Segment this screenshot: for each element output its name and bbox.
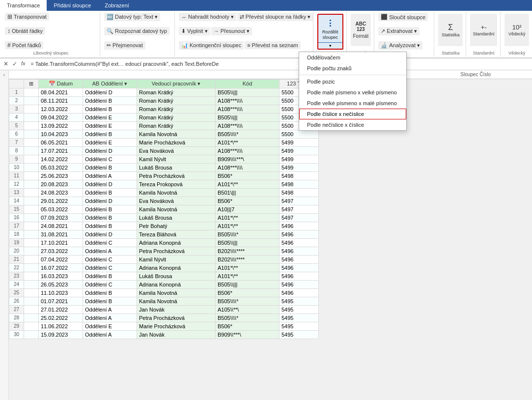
dropdown-item[interactable]: Podle číslice x nečíslice <box>299 109 406 119</box>
row-select[interactable] <box>24 230 39 238</box>
row-select[interactable] <box>24 280 39 288</box>
group-libovolny: ⊞ Transponovat ↕ Obrátit řádky # Počet ř… <box>2 12 100 57</box>
btn-standardni[interactable]: +- Standardní <box>470 14 497 46</box>
row-select[interactable] <box>24 163 39 171</box>
row-select[interactable] <box>24 330 39 339</box>
table-cell: B505\\||| <box>216 113 280 121</box>
table-cell: 16.03.2023 <box>39 272 83 280</box>
data-table-wrapper[interactable]: ⊞ 📅 Datum AB Oddělení ▾ Vedoucí praco <box>9 79 532 400</box>
btn-extrahovat[interactable]: ↗ Extrahovat ▾ <box>378 27 420 35</box>
row-select[interactable] <box>24 305 39 314</box>
btn-rozdelit-sloupec[interactable]: ⫶ Rozdělitsloupec ▾ <box>317 14 343 50</box>
formula-cancel-btn[interactable]: ✕ <box>2 60 10 67</box>
table-cell: 5500 <box>280 130 319 138</box>
sidebar-collapse-btn[interactable]: ‹ <box>0 70 9 400</box>
dropdown-item[interactable]: Podle velké písmeno x malé písmeno <box>299 98 406 109</box>
btn-kontingencni[interactable]: 📊 Kontingenční sloupec <box>179 41 244 50</box>
row-select[interactable] <box>24 288 39 297</box>
table-cell: Oddělení B <box>83 130 137 138</box>
row-select[interactable] <box>24 171 39 180</box>
row-select[interactable] <box>24 138 39 146</box>
table-cell: 5499 <box>280 138 319 146</box>
row-select[interactable] <box>24 255 39 263</box>
row-select[interactable] <box>24 130 39 138</box>
btn-prejmenovat-label: Přejmenovat <box>112 42 143 48</box>
row-select[interactable] <box>24 146 39 155</box>
table-cell: Kamil Nývlt <box>137 155 216 163</box>
row-select[interactable] <box>24 263 39 272</box>
btn-nahradit[interactable]: ↔ Nahradit hodnoty ▾ <box>179 13 236 21</box>
btn-presunout[interactable]: → Přesunout ▾ <box>211 27 252 35</box>
btn-datovy-typ[interactable]: 🔤 Datový typ: Text ▾ <box>104 13 160 21</box>
table-cell: A101*\** <box>216 138 280 146</box>
tab-transformace[interactable]: Transformace <box>0 0 47 11</box>
col-header-vedouci[interactable]: Vedoucí pracovník ▾ <box>137 79 216 88</box>
row-select[interactable] <box>24 197 39 205</box>
row-select[interactable] <box>24 247 39 255</box>
row-number: 24 <box>9 280 24 288</box>
btn-format[interactable]: ABC123 Formát <box>351 14 371 46</box>
row-select[interactable] <box>24 213 39 222</box>
table-row: 2316.03.2023Oddělení BLukáš BrousaA101*\… <box>9 272 319 280</box>
row-number: 8 <box>9 146 24 155</box>
dropdown-item[interactable]: Podle malé písmeno x velké písmeno <box>299 87 406 98</box>
row-select[interactable] <box>24 88 39 96</box>
formula-fx-btn[interactable]: fx <box>20 60 27 67</box>
col-select-all[interactable]: ⊞ <box>24 79 39 88</box>
table-cell: 5495 <box>280 305 319 314</box>
btn-analyzovat[interactable]: 🔬 Analyzovat ▾ <box>378 41 422 50</box>
row-select[interactable] <box>24 322 39 330</box>
row-select[interactable] <box>24 297 39 305</box>
col-header-datum[interactable]: 📅 Datum <box>39 79 83 88</box>
tab-pridani-sloupce[interactable]: Přidání sloupce <box>47 0 98 11</box>
btn-prevest-seznam[interactable]: ≡ Převést na seznam <box>245 41 301 49</box>
group-format: ABC123 Formát Formát <box>348 12 375 57</box>
dropdown-item[interactable]: Podle pozic <box>299 76 406 87</box>
btn-sloucit[interactable]: ⬛ Sloučit sloupce <box>378 13 428 21</box>
table-cell: B202\\\\**** <box>216 247 280 255</box>
table-cell: Oddělení C <box>83 238 137 247</box>
formula-bar-actions: ✕ ✓ fx <box>2 60 27 67</box>
sloupec-cislo-label: Sloupec Číslo <box>460 72 530 77</box>
row-select[interactable] <box>24 105 39 113</box>
rozdelit-dropdown-btn[interactable]: ▾ <box>318 42 342 49</box>
row-select[interactable] <box>24 205 39 213</box>
btn-rozpoznat[interactable]: 🔍 Rozpoznat datový typ <box>104 27 169 35</box>
formula-confirm-btn[interactable]: ✓ <box>11 60 19 67</box>
row-select[interactable] <box>24 155 39 163</box>
standardni-label: Standardní <box>467 51 500 56</box>
table-cell: Oddělení B <box>83 188 137 197</box>
row-select[interactable] <box>24 113 39 121</box>
btn-prevest-sloupce[interactable]: ⇄ Převést sloupce na řádky ▾ <box>237 13 313 21</box>
table-cell: A101*\** <box>216 222 280 230</box>
row-select[interactable] <box>24 180 39 188</box>
table-icon: ⊞ <box>29 81 33 86</box>
btn-prejmenovat[interactable]: ✏ Přejmenovat <box>104 41 145 50</box>
row-select[interactable] <box>24 272 39 280</box>
table-cell: Oddělení E <box>83 113 137 121</box>
col-header-kod[interactable]: Kód <box>216 79 280 88</box>
table-row: 1917.10.2021Oddělení CAdriana KonopnáB50… <box>9 238 319 247</box>
btn-statistika[interactable]: Σ Statistika <box>438 14 463 46</box>
table-cell: Oddělení B <box>83 105 137 113</box>
row-select[interactable] <box>24 238 39 247</box>
formula-input[interactable]: = Table.TransformColumns(#"Byl ext… edou… <box>29 61 530 67</box>
col-header-oddeleni[interactable]: AB Oddělení ▾ <box>83 79 137 88</box>
tab-zobrazeni[interactable]: Zobrazení <box>98 0 136 11</box>
row-select[interactable] <box>24 188 39 197</box>
btn-obratit-radky[interactable]: ↕ Obrátit řádky <box>5 27 45 35</box>
row-select[interactable] <box>24 314 39 322</box>
btn-pocet-radku[interactable]: # Počet řádků <box>5 41 43 49</box>
table-cell: Petra Procházková <box>137 314 216 322</box>
btn-vedecky[interactable]: 10² Vědecký <box>504 14 529 46</box>
table-cell: 26.05.2023 <box>39 280 83 288</box>
dropdown-item[interactable]: Podle počtu znaků <box>299 63 406 74</box>
group-rozdelit: ⫶ Rozdělitsloupec ▾ <box>314 12 347 57</box>
dropdown-item[interactable]: Oddělovačem <box>299 52 406 63</box>
dropdown-item[interactable]: Podle nečíslice x číslice <box>299 119 406 130</box>
row-select[interactable] <box>24 222 39 230</box>
btn-transponovat[interactable]: ⊞ Transponovat <box>5 13 49 21</box>
row-select[interactable] <box>24 96 39 105</box>
row-select[interactable] <box>24 121 39 130</box>
btn-vyplnit[interactable]: ⬇ Vyplnit ▾ <box>179 27 210 35</box>
